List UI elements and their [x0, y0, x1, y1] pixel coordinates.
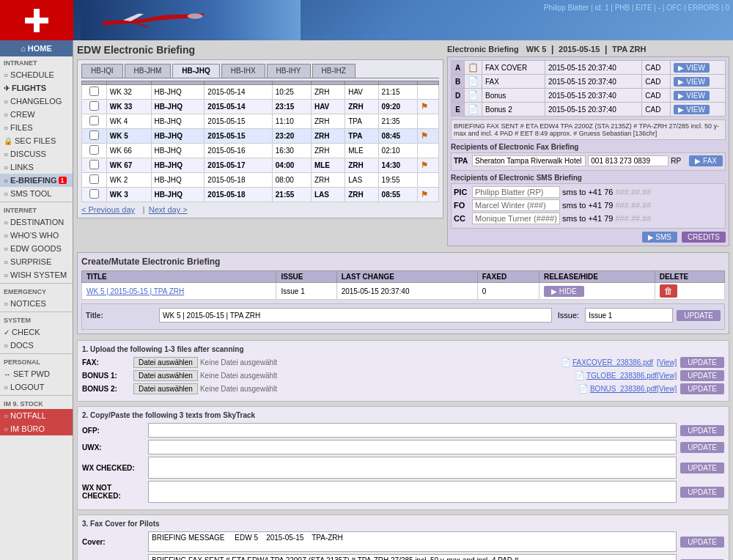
eb-view-button[interactable]: ▶ VIEW: [674, 63, 709, 73]
tab-hb-iqi[interactable]: HB-IQI: [81, 64, 123, 78]
set-pwd-icon: ↔: [4, 370, 11, 378]
row-checkbox[interactable]: [89, 86, 99, 96]
wx-not-checked-input[interactable]: [148, 481, 677, 503]
td-to: TPA: [345, 114, 378, 129]
sidebar-item-changelog[interactable]: ○ CHANGELOG: [0, 95, 73, 108]
fax-code: TPA: [454, 157, 472, 165]
row-checkbox[interactable]: [89, 174, 99, 184]
sms-send-button[interactable]: ▶ SMS: [642, 232, 677, 243]
sidebar-item-surprise[interactable]: ○ SURPRISE: [0, 255, 73, 268]
fax-file-link[interactable]: FAXCOVER_238386.pdf: [572, 358, 653, 366]
sidebar-item-crew[interactable]: ○ CREW: [0, 108, 73, 121]
eb-item-icon: 📄: [465, 75, 482, 89]
sidebar-item-sms-tool[interactable]: ○ SMS TOOL: [0, 187, 73, 200]
sidebar-item-files[interactable]: ○ FILES: [0, 121, 73, 134]
row-checkbox[interactable]: [89, 130, 99, 140]
eb-item-category: CAD: [642, 75, 671, 89]
eb-item-view: ▶ VIEW: [671, 89, 726, 103]
row-checkbox[interactable]: [89, 116, 99, 125]
issue-label: Issue:: [558, 311, 579, 320]
sidebar-item-edw-goods[interactable]: ○ EDW GOODS: [0, 242, 73, 255]
eb-item-id: E: [452, 103, 465, 117]
eb-item-id: D: [452, 89, 465, 103]
cover-update-btn[interactable]: UPDATE: [680, 537, 724, 548]
sidebar-item-destination[interactable]: ○ DESTINATION: [0, 215, 73, 229]
cover-textarea[interactable]: BRIEFING MESSAGE EDW 5 2015-05-15 TPA-ZR…: [148, 531, 677, 552]
sidebar-item-im-buro[interactable]: ○ IM BÜRO: [0, 422, 73, 435]
title-update-button[interactable]: UPDATE: [677, 310, 721, 321]
sidebar-item-flights[interactable]: ✈ FLIGHTS: [0, 81, 73, 95]
title-input[interactable]: [159, 308, 552, 323]
sidebar-item-discuss[interactable]: ○ DISCUSS: [0, 147, 73, 161]
sidebar-home-button[interactable]: ⌂ HOME: [0, 40, 73, 56]
bonus1-view-link[interactable]: [View]: [657, 372, 677, 380]
ofp-row: OFP: UPDATE: [82, 423, 724, 438]
delete-button[interactable]: 🗑: [660, 284, 677, 298]
tab-hb-ihx[interactable]: HB-IHX: [221, 64, 265, 78]
next-day-link[interactable]: Next day >: [149, 205, 188, 214]
row-checkbox[interactable]: [89, 145, 99, 155]
bonus1-update-btn[interactable]: UPDATE: [680, 370, 724, 381]
sidebar-item-wish-system[interactable]: ○ WISH SYSTEM: [0, 268, 73, 281]
prev-day-link[interactable]: < Previous day: [81, 205, 135, 214]
hide-button[interactable]: ▶ HIDE: [544, 286, 584, 297]
tab-hb-ihy[interactable]: HB-IHY: [267, 64, 311, 78]
sidebar-item-whos-who[interactable]: ○ WHO'S WHO: [0, 229, 73, 242]
check-icon: ✓: [4, 328, 10, 336]
eb-item-view: ▶ VIEW: [671, 61, 726, 75]
row-checkbox[interactable]: [89, 189, 99, 199]
surprise-icon: ○: [4, 258, 8, 266]
td-wk: WK 32: [106, 85, 151, 100]
tab-hb-jhm[interactable]: HB-JHM: [125, 64, 172, 78]
notfall-icon: ○: [4, 412, 8, 420]
sidebar-item-schedule[interactable]: ○ SCHEDULE: [0, 68, 73, 81]
bonus2-view-link[interactable]: [View]: [657, 385, 677, 393]
td-to: ZRH: [345, 158, 378, 173]
sidebar-item-notices[interactable]: ○ NOTICES: [0, 297, 73, 310]
eb-view-button[interactable]: ▶ VIEW: [674, 91, 709, 100]
fax-recipients-title: Recipients of Electronic Fax Briefing: [451, 143, 726, 151]
sidebar-item-check[interactable]: ✓ CHECK: [0, 325, 73, 339]
bonus2-update-btn[interactable]: UPDATE: [680, 383, 724, 394]
fax-file-btn[interactable]: Datei auswählen: [133, 357, 198, 368]
row-checkbox[interactable]: [89, 101, 99, 111]
bonus2-file-btn[interactable]: Datei auswählen: [133, 383, 198, 394]
uwx-update-btn[interactable]: UPDATE: [680, 442, 724, 453]
edw-goods-icon: ○: [4, 245, 8, 253]
td-time2: 09:20: [378, 100, 417, 114]
sidebar-item-sec-files[interactable]: 🔒 SEC FILES: [0, 134, 73, 147]
credits-button[interactable]: CREDITS: [682, 232, 726, 243]
sms-fax-textarea[interactable]: BRIEFING FAX SENT # ETA EDW4 TPA 2200Z (…: [148, 554, 677, 560]
fax-update-btn[interactable]: UPDATE: [680, 357, 724, 368]
tab-hb-jhq[interactable]: HB-JHQ: [172, 64, 219, 78]
eb-item-date: 2015-05-15 20:37:40: [545, 75, 642, 89]
bonus2-file-link[interactable]: BONUS_238386.pdf: [590, 385, 657, 393]
sidebar-item-notfall[interactable]: ○ NOTFALL: [0, 409, 73, 422]
content-area: EDW Electronic Briefing HB-IQI HB-JHM HB…: [73, 40, 733, 560]
eb-view-button[interactable]: ▶ VIEW: [674, 77, 709, 86]
wx-checked-input[interactable]: [148, 457, 677, 479]
ofp-update-btn[interactable]: UPDATE: [680, 425, 724, 436]
wx-checked-update-btn[interactable]: UPDATE: [680, 463, 724, 474]
uwx-input[interactable]: [148, 440, 677, 454]
cm-row-title[interactable]: WK 5 | 2015-05-15 | TPA ZRH: [82, 283, 276, 300]
sms-name-pic: Philipp Blatter (RP): [472, 186, 560, 198]
fax-send-button[interactable]: ▶ FAX: [689, 155, 723, 166]
wx-not-checked-update-btn[interactable]: UPDATE: [680, 487, 724, 498]
sidebar-item-logout[interactable]: ○ LOGOUT: [0, 380, 73, 394]
row-checkbox[interactable]: [89, 160, 99, 169]
sidebar-item-set-pwd[interactable]: ↔ SET PWD: [0, 367, 73, 380]
fax-view-link[interactable]: [View]: [657, 358, 677, 366]
ofp-input[interactable]: [148, 423, 677, 438]
changelog-icon: ○: [4, 97, 8, 106]
sidebar-item-docs[interactable]: ○ DOCS: [0, 339, 73, 352]
fax-no-file: Keine Datei ausgewählt: [200, 358, 277, 366]
issue-input[interactable]: [585, 308, 673, 323]
sidebar-item-e-briefing[interactable]: ○ E-BRIEFING 1: [0, 174, 73, 187]
sidebar-item-links[interactable]: ○ LINKS: [0, 161, 73, 174]
sms-name-fo: Marcel Winter (###): [472, 199, 560, 211]
bonus1-file-btn[interactable]: Datei auswählen: [133, 370, 198, 381]
bonus1-file-link[interactable]: TGLOBE_238386.pdf: [586, 372, 657, 380]
tab-hb-ihz[interactable]: HB-IHZ: [312, 64, 356, 78]
eb-view-button[interactable]: ▶ VIEW: [674, 105, 709, 114]
